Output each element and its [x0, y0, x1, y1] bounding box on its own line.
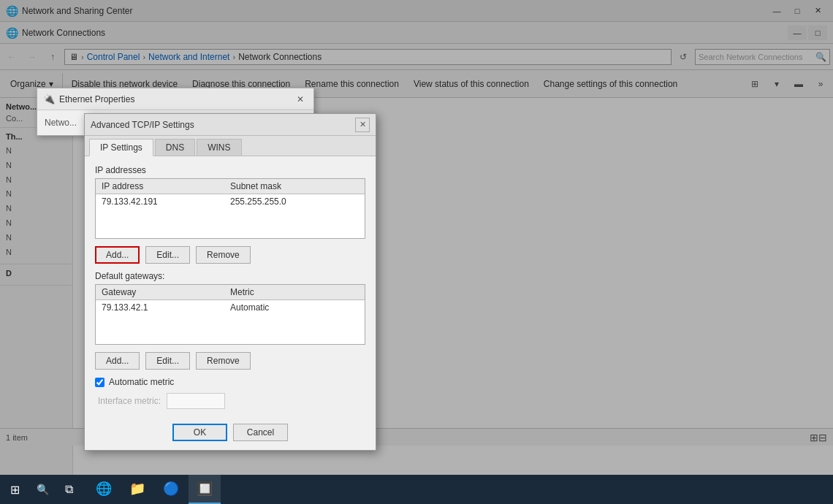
- tab-ip-settings[interactable]: IP Settings: [89, 139, 153, 156]
- subnet-value: 255.255.255.0: [230, 196, 359, 207]
- advanced-dialog-content: IP addresses IP address Subnet mask 79.1…: [85, 156, 376, 418]
- interface-metric-label: Interface metric:: [98, 396, 161, 406]
- taskbar: ⊞ 🔍 ⧉ 🌐 📁 🔵 🔲: [0, 475, 833, 504]
- ethernet-dialog-title: Ethernet Properties: [59, 94, 293, 104]
- taskbar-apps: 🌐 📁 🔵 🔲: [88, 475, 221, 504]
- metric-value: Automatic: [230, 302, 359, 313]
- gateway-table-row[interactable]: 79.133.42.1 Automatic: [96, 300, 365, 315]
- gateway-table-body: 79.133.42.1 Automatic: [96, 300, 365, 344]
- tab-dns[interactable]: DNS: [155, 139, 195, 156]
- ip-value: 79.133.42.191: [102, 196, 230, 207]
- taskbar-app-chrome[interactable]: 🔵: [155, 475, 187, 504]
- automatic-metric-row: Automatic metric: [95, 377, 365, 387]
- ip-col-header: IP address: [102, 181, 230, 191]
- metric-col-header: Metric: [230, 287, 359, 297]
- taskbar-search-button[interactable]: 🔍: [29, 475, 56, 504]
- dialog-footer: OK Cancel: [85, 418, 376, 450]
- folder-icon: 📁: [129, 481, 145, 497]
- taskbar-task-view[interactable]: ⧉: [56, 475, 82, 504]
- chrome-icon: 🔵: [163, 481, 179, 497]
- subnet-col-header: Subnet mask: [230, 181, 359, 191]
- gateway-box: Gateway Metric 79.133.42.1 Automatic: [95, 284, 365, 345]
- interface-metric-row: Interface metric:: [95, 393, 365, 409]
- ip-table-body: 79.133.42.191 255.255.255.0: [96, 194, 365, 238]
- gateway-edit-button[interactable]: Edit...: [145, 352, 190, 370]
- gateway-section-label: Default gateways:: [95, 271, 365, 281]
- start-button[interactable]: ⊞: [0, 475, 29, 504]
- ip-section-label: IP addresses: [95, 165, 365, 175]
- ethernet-dialog-titlebar: 🔌 Ethernet Properties ✕: [37, 88, 313, 110]
- ie-icon: 🌐: [96, 481, 112, 497]
- ethernet-close-button[interactable]: ✕: [293, 92, 308, 107]
- network-icon: 🔲: [197, 481, 213, 497]
- gateway-value: 79.133.42.1: [102, 302, 230, 313]
- ip-edit-button[interactable]: Edit...: [145, 246, 190, 264]
- tab-wins[interactable]: WINS: [197, 139, 241, 156]
- advanced-close-button[interactable]: ✕: [355, 118, 370, 132]
- taskbar-app-network[interactable]: 🔲: [189, 475, 221, 504]
- ip-buttons-row: Add... Edit... Remove: [95, 246, 365, 264]
- ip-remove-button[interactable]: Remove: [196, 246, 251, 264]
- advanced-tcpip-dialog: Advanced TCP/IP Settings ✕ IP Settings D…: [84, 113, 376, 451]
- ok-button[interactable]: OK: [172, 424, 227, 441]
- gateway-remove-button[interactable]: Remove: [196, 352, 251, 370]
- ip-add-button[interactable]: Add...: [95, 246, 140, 264]
- ip-addresses-box: IP address Subnet mask 79.133.42.191 255…: [95, 178, 365, 239]
- gateway-buttons-row: Add... Edit... Remove: [95, 352, 365, 370]
- ip-table-row[interactable]: 79.133.42.191 255.255.255.0: [96, 194, 365, 209]
- gateway-add-button[interactable]: Add...: [95, 352, 140, 370]
- advanced-dialog-title: Advanced TCP/IP Settings: [91, 120, 355, 130]
- gateway-col-header: Gateway: [102, 287, 230, 297]
- interface-metric-input[interactable]: [167, 393, 225, 409]
- automatic-metric-checkbox[interactable]: [95, 378, 104, 387]
- taskbar-app-ie[interactable]: 🌐: [88, 475, 120, 504]
- gateway-table-header: Gateway Metric: [96, 285, 365, 300]
- ip-table-header: IP address Subnet mask: [96, 179, 365, 194]
- cancel-button[interactable]: Cancel: [233, 424, 288, 441]
- taskbar-app-folder[interactable]: 📁: [121, 475, 153, 504]
- tabs-bar: IP Settings DNS WINS: [85, 136, 376, 156]
- ethernet-dialog-icon: 🔌: [43, 93, 55, 105]
- automatic-metric-label: Automatic metric: [109, 377, 174, 387]
- advanced-dialog-titlebar: Advanced TCP/IP Settings ✕: [85, 114, 376, 136]
